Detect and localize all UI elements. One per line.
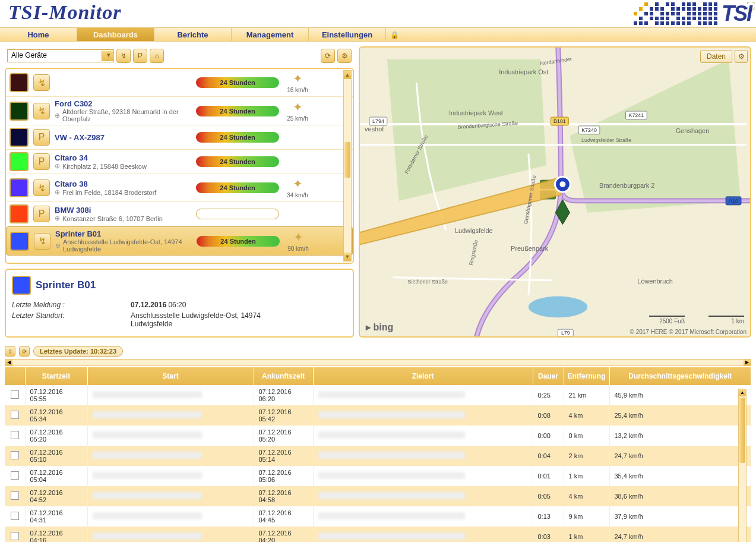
table-row[interactable]: 07.12.201605:20 07.12.201605:20 0:00 0 k… <box>5 426 751 446</box>
nav-dashboards[interactable]: Dashboards <box>77 28 154 41</box>
device-color-swatch <box>10 178 29 197</box>
device-row[interactable]: ↯ 24 Stunden ✦16 km/h <box>6 69 353 97</box>
trip-start-location <box>93 411 202 418</box>
trip-distance: 2 km <box>564 446 609 466</box>
col-durchschnitt[interactable]: Durchschnittsgeschwindigkeit <box>609 367 751 385</box>
table-row[interactable]: 07.12.201605:10 07.12.201605:14 0:04 2 k… <box>5 446 751 466</box>
trip-checkbox[interactable] <box>11 532 19 540</box>
svg-text:Preußenpark: Preußenpark <box>511 245 549 252</box>
table-row[interactable]: 07.12.201605:34 07.12.201605:42 0:08 4 k… <box>5 405 751 426</box>
scroll-left-icon[interactable]: ◀ <box>5 360 12 365</box>
svg-text:A10: A10 <box>729 198 738 204</box>
trips-collapse-icon[interactable]: ⇳ <box>5 346 15 357</box>
map-panel[interactable]: Daten ⚙ <box>359 46 751 338</box>
table-row[interactable]: 07.12.201605:04 07.12.201605:06 0:01 1 k… <box>5 466 751 486</box>
device-row[interactable]: ↯ Sprinter B01 ⊕Anschlussstelle Ludwigsf… <box>6 226 353 256</box>
trip-checkbox[interactable] <box>11 431 19 439</box>
trip-duration: 0:25 <box>533 385 564 405</box>
trip-avg-speed: 24,7 km/h <box>609 527 751 542</box>
col-start[interactable]: Start <box>87 367 254 385</box>
trip-start-location <box>93 452 202 459</box>
device-row[interactable]: P Citaro 34 ⊕Kirchplatz 2, 15848 Beeskow… <box>6 150 353 174</box>
trips-header-row: Startzeit Start Ankunftszeit Zielort Dau… <box>5 367 751 385</box>
table-row[interactable]: 07.12.201604:52 07.12.201604:58 0:05 4 k… <box>5 486 751 506</box>
parking-icon: P <box>33 206 50 222</box>
trip-destination <box>318 411 465 418</box>
trip-distance: 21 km <box>564 385 609 405</box>
svg-text:veshof: veshof <box>365 125 384 133</box>
trip-destination <box>318 391 465 398</box>
svg-text:Ludwigsfelde: Ludwigsfelde <box>455 227 493 234</box>
scroll-thumb[interactable] <box>344 142 350 178</box>
col-zielort[interactable]: Zielort <box>313 367 533 385</box>
col-entfernung[interactable]: Entfernung <box>564 367 609 385</box>
nav-einstellungen[interactable]: Einstellungen <box>309 28 386 41</box>
trip-avg-speed: 24,7 km/h <box>609 446 751 466</box>
route-icon[interactable]: ↯ <box>116 49 131 63</box>
trip-checkbox[interactable] <box>11 512 19 520</box>
scroll-up-icon[interactable]: ▲ <box>739 389 746 396</box>
device-row[interactable]: ↯ Citaro 38 ⊕Frei im Felde, 18184 Broder… <box>6 174 353 202</box>
table-row[interactable]: 07.12.201604:16 07.12.201604:20 0:03 1 k… <box>5 527 751 542</box>
parking-icon: P <box>33 129 50 146</box>
map-canvas[interactable]: L794 B101 K7240 K7241 E55 E30 A10 L79 In… <box>360 48 750 336</box>
trip-checkbox[interactable] <box>11 411 19 419</box>
device-row[interactable]: P BMW 308i ⊕Konstanzer Straße 6, 10707 B… <box>6 202 353 226</box>
svg-text:Siethener Straße: Siethener Straße <box>408 279 448 285</box>
trips-refresh-icon[interactable]: ⟳ <box>19 346 30 357</box>
trip-destination <box>318 532 465 540</box>
detail-last-loc-label: Letzter Standort: <box>12 311 131 328</box>
detail-device-name: Sprinter B01 <box>36 279 96 291</box>
trips-vertical-scrollbar[interactable]: ▲ ▼ <box>738 389 746 542</box>
device-name: Citaro 38 <box>55 179 191 188</box>
parking-icon: P <box>33 153 50 170</box>
trips-table: Startzeit Start Ankunftszeit Zielort Dau… <box>5 367 751 542</box>
map-data-button[interactable]: Daten <box>700 50 732 63</box>
trip-start-time: 07.12.201605:55 <box>25 385 87 405</box>
hours-badge: 24 Stunden <box>196 182 279 193</box>
scroll-up-icon[interactable]: ▲ <box>344 71 351 79</box>
device-detail-panel: Sprinter B01 Letzte Meldung : 07.12.2016… <box>5 269 354 338</box>
trips-horizontal-scrollbar[interactable]: ◀ ▶ <box>5 359 751 366</box>
device-row[interactable]: ↯ Ford C302 ⊕Altdorfer Straße, 92318 Neu… <box>6 97 353 125</box>
trip-checkbox[interactable] <box>11 451 19 459</box>
hours-badge: 24 Stunden <box>197 236 280 247</box>
nav-berichte[interactable]: Berichte <box>154 28 232 41</box>
table-row[interactable]: 07.12.201604:31 07.12.201604:45 0:13 9 k… <box>5 506 751 527</box>
nav-management[interactable]: Management <box>232 28 309 41</box>
fullscreen-icon[interactable]: ⛶ <box>746 1 755 11</box>
scroll-thumb[interactable] <box>739 398 745 463</box>
table-row[interactable]: 07.12.201605:55 07.12.201606:20 0:25 21 … <box>5 385 751 405</box>
trip-distance: 4 km <box>564 405 609 426</box>
nav-home[interactable]: Home <box>0 28 77 41</box>
scroll-down-icon[interactable]: ▼ <box>344 253 351 261</box>
lock-icon[interactable]: 🔒 <box>386 28 403 41</box>
device-filter-select[interactable]: Alle Geräte <box>7 49 114 62</box>
trip-distance: 4 km <box>564 486 609 506</box>
trip-checkbox[interactable] <box>11 390 19 399</box>
refresh-icon[interactable]: ⟳ <box>321 49 335 63</box>
trip-distance: 1 km <box>564 466 609 486</box>
col-ankunftszeit[interactable]: Ankunftszeit <box>254 367 313 385</box>
map-gear-icon[interactable]: ⚙ <box>735 50 748 63</box>
scroll-right-icon[interactable]: ▶ <box>744 360 751 365</box>
trip-duration: 0:03 <box>533 527 564 542</box>
app-title: TSI-Monitor <box>5 1 122 24</box>
svg-text:K7240: K7240 <box>581 127 597 133</box>
home-icon[interactable]: ⌂ <box>150 49 164 63</box>
trip-checkbox[interactable] <box>11 471 19 480</box>
device-speed: 16 km/h <box>287 87 308 93</box>
device-color-swatch <box>10 204 29 223</box>
col-dauer[interactable]: Dauer <box>533 367 564 385</box>
col-startzeit[interactable]: Startzeit <box>25 367 87 385</box>
trip-distance: 1 km <box>564 527 609 542</box>
device-row[interactable]: P VW - AX-Z987 24 Stunden <box>6 125 353 150</box>
gear-icon[interactable]: ⚙ <box>337 49 352 63</box>
trip-start-location <box>93 431 202 439</box>
parking-icon[interactable]: P <box>133 49 147 63</box>
trip-destination <box>318 431 465 439</box>
detail-color-swatch <box>12 276 31 295</box>
device-list-scrollbar[interactable]: ▲ ▼ <box>343 70 352 261</box>
trip-checkbox[interactable] <box>11 491 19 500</box>
globe-icon: ⊕ <box>55 215 60 222</box>
